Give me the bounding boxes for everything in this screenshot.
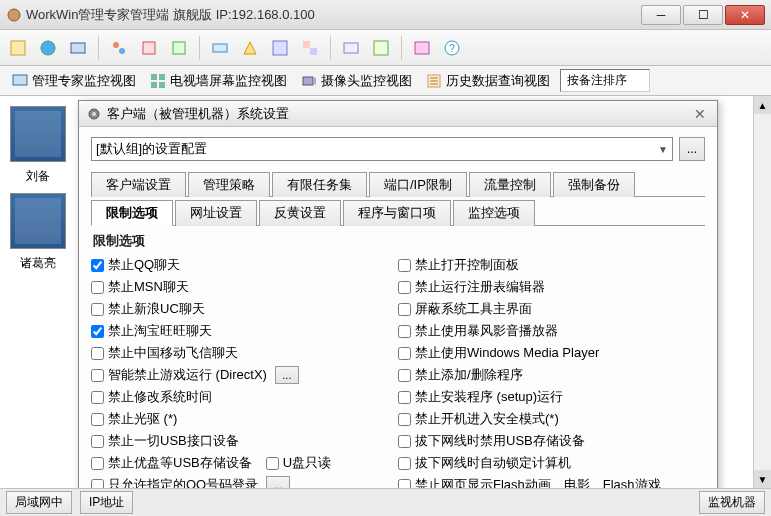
toolbar-icon-11[interactable]	[339, 36, 363, 60]
bottom-monitor-button[interactable]: 监视机器	[699, 491, 765, 514]
tab-backup[interactable]: 强制备份	[553, 172, 635, 197]
option-checkbox[interactable]	[91, 303, 104, 316]
option-checkbox[interactable]	[91, 281, 104, 294]
svg-rect-14	[415, 42, 429, 54]
toolbar-icon-14[interactable]: ?	[440, 36, 464, 60]
option-checkbox[interactable]	[398, 457, 411, 470]
sort-dropdown[interactable]: 按备注排序	[560, 69, 650, 92]
option-checkbox[interactable]	[91, 369, 104, 382]
option-label: 禁止一切USB接口设备	[108, 432, 239, 450]
toolbar-icon-6[interactable]	[167, 36, 191, 60]
option-checkbox[interactable]	[398, 281, 411, 294]
toolbar-icon-9[interactable]	[268, 36, 292, 60]
view-camera[interactable]: 摄像头监控视图	[297, 70, 416, 92]
option-more-button[interactable]: ...	[275, 366, 299, 384]
option-label: 禁止使用暴风影音播放器	[415, 322, 558, 340]
close-button[interactable]: ✕	[725, 5, 765, 25]
dialog-close-button[interactable]: ✕	[691, 105, 709, 123]
svg-rect-10	[303, 41, 310, 48]
svg-rect-6	[143, 42, 155, 54]
toolbar-separator	[199, 36, 200, 60]
toolbar-icon-4[interactable]	[107, 36, 131, 60]
svg-point-4	[113, 42, 119, 48]
toolbar-icon-10[interactable]	[298, 36, 322, 60]
tab-row-1: 客户端设置 管理策略 有限任务集 端口/IP限制 流量控制 强制备份	[91, 171, 705, 197]
toolbar-separator	[98, 36, 99, 60]
option-label: 智能禁止游戏运行 (DirectX)	[108, 366, 267, 384]
history-icon	[426, 73, 442, 89]
minimize-button[interactable]: ─	[641, 5, 681, 25]
option-row: 禁止使用Windows Media Player	[398, 342, 705, 364]
client-thumb-1[interactable]	[10, 106, 66, 162]
option-checkbox[interactable]	[91, 413, 104, 426]
vertical-scrollbar[interactable]: ▲ ▼	[753, 96, 771, 488]
option-row: 禁止新浪UC聊天	[91, 298, 398, 320]
option-checkbox[interactable]	[91, 259, 104, 272]
scroll-down-button[interactable]: ▼	[754, 470, 771, 488]
tvwall-icon	[150, 73, 166, 89]
option-checkbox[interactable]	[398, 325, 411, 338]
toolbar-icon-1[interactable]	[6, 36, 30, 60]
view-camera-label: 摄像头监控视图	[321, 72, 412, 90]
maximize-button[interactable]: ☐	[683, 5, 723, 25]
svg-text:?: ?	[449, 43, 455, 54]
option-row: 拔下网线时自动锁定计算机	[398, 452, 705, 474]
config-group-combo[interactable]: [默认组]的设置配置 ▼	[91, 137, 673, 161]
tab-port-ip[interactable]: 端口/IP限制	[369, 172, 467, 197]
option-label: 禁止使用Windows Media Player	[415, 344, 599, 362]
svg-rect-22	[303, 77, 313, 85]
bottom-ip-button[interactable]: IP地址	[80, 491, 133, 514]
browse-button[interactable]: ...	[679, 137, 705, 161]
view-monitor[interactable]: 管理专家监控视图	[8, 70, 140, 92]
option-checkbox[interactable]	[91, 435, 104, 448]
client-thumb-2[interactable]	[10, 193, 66, 249]
toolbar-icon-7[interactable]	[208, 36, 232, 60]
option-extra-checkbox[interactable]	[266, 457, 279, 470]
tab-programs-windows[interactable]: 程序与窗口项	[343, 200, 451, 226]
view-tvwall-label: 电视墙屏幕监控视图	[170, 72, 287, 90]
option-checkbox[interactable]	[91, 347, 104, 360]
toolbar-icon-8[interactable]	[238, 36, 262, 60]
view-history[interactable]: 历史数据查询视图	[422, 70, 554, 92]
client-settings-dialog: 客户端（被管理机器）系统设置 ✕ [默认组]的设置配置 ▼ ... 客户端设置 …	[78, 100, 718, 516]
option-checkbox[interactable]	[91, 391, 104, 404]
tab-client-settings[interactable]: 客户端设置	[91, 172, 186, 197]
dialog-titlebar[interactable]: 客户端（被管理机器）系统设置 ✕	[79, 101, 717, 127]
option-row: 禁止MSN聊天	[91, 276, 398, 298]
option-checkbox[interactable]	[398, 303, 411, 316]
scroll-track[interactable]	[754, 114, 771, 470]
option-checkbox[interactable]	[398, 369, 411, 382]
combo-value: [默认组]的设置配置	[96, 140, 207, 158]
option-label: 禁止MSN聊天	[108, 278, 189, 296]
option-checkbox[interactable]	[91, 457, 104, 470]
option-checkbox[interactable]	[398, 413, 411, 426]
bottom-lan-button[interactable]: 局域网中	[6, 491, 72, 514]
option-checkbox[interactable]	[398, 435, 411, 448]
tab-limited-tasks[interactable]: 有限任务集	[272, 172, 367, 197]
option-checkbox[interactable]	[398, 391, 411, 404]
tab-traffic[interactable]: 流量控制	[469, 172, 551, 197]
toolbar-icon-2[interactable]	[36, 36, 60, 60]
toolbar-icon-5[interactable]	[137, 36, 161, 60]
option-row: 禁止中国移动飞信聊天	[91, 342, 398, 364]
tab-monitoring[interactable]: 监控选项	[453, 200, 535, 226]
option-row: 禁止运行注册表编辑器	[398, 276, 705, 298]
scroll-up-button[interactable]: ▲	[754, 96, 771, 114]
option-extra-label: U盘只读	[283, 454, 331, 472]
toolbar-icon-3[interactable]	[66, 36, 90, 60]
toolbar-icon-13[interactable]	[410, 36, 434, 60]
tab-url-settings[interactable]: 网址设置	[175, 200, 257, 226]
view-tvwall[interactable]: 电视墙屏幕监控视图	[146, 70, 291, 92]
options-right-column: 禁止打开控制面板禁止运行注册表编辑器屏蔽系统工具主界面禁止使用暴风影音播放器禁止…	[398, 254, 705, 516]
dialog-title: 客户端（被管理机器）系统设置	[107, 105, 691, 123]
svg-rect-9	[273, 41, 287, 55]
option-checkbox[interactable]	[398, 347, 411, 360]
tab-restrictions[interactable]: 限制选项	[91, 200, 173, 226]
option-checkbox[interactable]	[398, 259, 411, 272]
toolbar-icon-12[interactable]	[369, 36, 393, 60]
tab-management-policy[interactable]: 管理策略	[188, 172, 270, 197]
gear-icon	[87, 107, 101, 121]
svg-rect-8	[213, 44, 227, 52]
tab-anti-porn[interactable]: 反黄设置	[259, 200, 341, 226]
option-checkbox[interactable]	[91, 325, 104, 338]
